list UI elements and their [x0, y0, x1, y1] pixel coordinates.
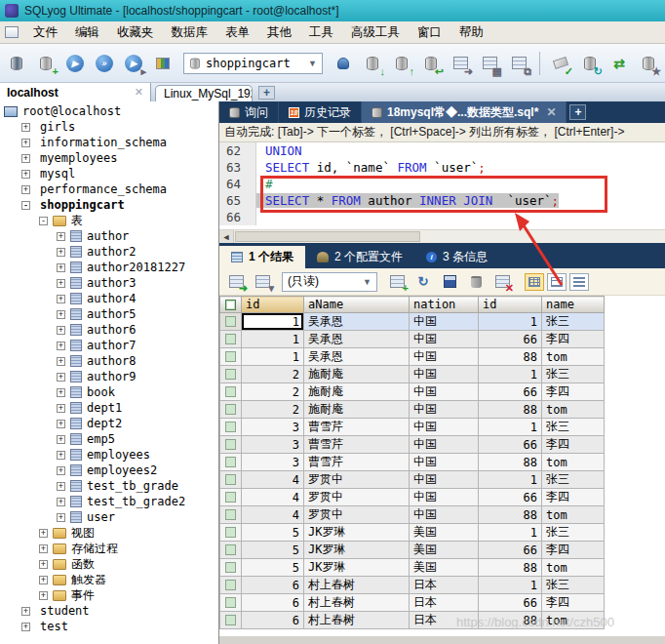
cell[interactable]: 88 [479, 454, 542, 471]
cell[interactable]: 66 [479, 331, 542, 348]
cell[interactable]: 村上春树 [304, 594, 410, 612]
expand-icon[interactable]: + [57, 466, 65, 475]
cell[interactable]: tom [542, 454, 605, 471]
row-checkbox[interactable] [220, 612, 242, 629]
cell[interactable]: 1 [242, 331, 304, 348]
menu-数据库[interactable]: 数据库 [163, 20, 217, 45]
table-row[interactable]: 4罗贯中中国66李四 [220, 489, 605, 506]
cell[interactable]: 4 [242, 489, 304, 506]
row-checkbox[interactable] [220, 366, 242, 383]
cell[interactable]: 李四 [542, 594, 605, 612]
tree-item-dept1[interactable]: +dept1 [0, 400, 218, 416]
cell[interactable]: 施耐庵 [304, 401, 410, 419]
cell[interactable]: 2 [242, 383, 304, 401]
tree-item-author4[interactable]: +author4 [0, 291, 218, 306]
tree-item-表[interactable]: -表 [0, 213, 218, 228]
tree-item-test_tb_grade[interactable]: +test_tb_grade [0, 478, 218, 494]
expand-icon[interactable]: + [57, 404, 65, 413]
scrollbar-thumb[interactable] [235, 231, 420, 242]
table-row[interactable]: 3曹雪芹中国66李四 [220, 436, 605, 454]
expand-icon[interactable]: + [21, 607, 30, 616]
cell[interactable]: 88 [479, 506, 542, 524]
table-row[interactable]: 1吴承恩中国66李四 [220, 331, 605, 348]
menu-其他[interactable]: 其他 [258, 20, 300, 45]
cell[interactable]: 1 [479, 313, 542, 331]
expand-icon[interactable]: + [21, 154, 30, 163]
cell[interactable]: 村上春树 [304, 612, 410, 629]
cell[interactable]: tom [542, 348, 605, 366]
delete-row-icon[interactable] [464, 271, 488, 293]
cell[interactable]: 张三 [542, 471, 605, 489]
duplicate-database-icon[interactable]: ⧉ [506, 51, 531, 76]
tree-item-author20181227[interactable]: +author20181227 [0, 260, 218, 275]
expand-icon[interactable]: + [39, 544, 48, 553]
row-checkbox[interactable] [220, 401, 242, 419]
cell[interactable]: tom [542, 559, 605, 577]
table-row[interactable]: 4罗贯中中国88tom [220, 506, 605, 524]
data-compare-icon[interactable]: ⇄ [606, 51, 632, 76]
cell[interactable]: 3 [242, 419, 304, 436]
expand-icon[interactable]: + [21, 139, 30, 147]
connection-manager-icon[interactable] [4, 51, 29, 76]
cell[interactable]: 李四 [542, 489, 605, 506]
cell[interactable]: 吴承恩 [304, 331, 410, 348]
cell[interactable]: 1 [479, 366, 542, 383]
row-checkbox[interactable] [220, 489, 242, 506]
tab-sql-file[interactable]: 18mysql常◆...数据类型.sql* ✕ [362, 101, 567, 123]
tree-item-author9[interactable]: +author9 [0, 369, 218, 384]
expand-icon[interactable]: + [39, 591, 48, 600]
cell[interactable]: 88 [479, 559, 542, 577]
table-row[interactable]: 2施耐庵中国1张三 [220, 366, 605, 383]
table-row[interactable]: 5JK罗琳美国1张三 [220, 524, 605, 542]
tree-item-girls[interactable]: +girls [0, 119, 218, 135]
cell[interactable]: JK罗琳 [304, 559, 410, 577]
import-external-data-icon[interactable]: ↓ [360, 51, 385, 76]
tree-item-student[interactable]: +student [0, 603, 218, 619]
cell[interactable]: 李四 [542, 436, 605, 454]
cell[interactable]: 中国 [410, 419, 479, 436]
cell[interactable]: 88 [479, 401, 542, 419]
menu-表单[interactable]: 表单 [216, 20, 258, 45]
cell[interactable]: 吴承恩 [304, 348, 410, 366]
cell[interactable]: 3 [242, 436, 304, 454]
cell[interactable]: 1 [479, 471, 542, 489]
table-row[interactable]: 2施耐庵中国66李四 [220, 383, 605, 401]
cell[interactable]: 6 [242, 612, 304, 629]
cell[interactable]: 吴承恩 [304, 313, 410, 331]
cell[interactable]: 张三 [542, 524, 605, 542]
cell[interactable]: 1 [479, 419, 542, 436]
cell[interactable]: 中国 [410, 489, 479, 506]
cell[interactable]: 中国 [410, 366, 479, 383]
tree-item-employees2[interactable]: +employees2 [0, 463, 218, 478]
row-checkbox[interactable] [220, 594, 242, 612]
tree-item-performance_schema[interactable]: +performance_schema [0, 181, 218, 197]
expand-icon[interactable]: + [57, 326, 65, 335]
tree-item-事件[interactable]: +事件 [0, 587, 218, 603]
row-checkbox[interactable] [220, 383, 242, 401]
expand-icon[interactable]: + [57, 357, 65, 366]
cell[interactable]: 4 [242, 506, 304, 524]
tree-item-author3[interactable]: +author3 [0, 275, 218, 291]
refresh-object-browser-icon[interactable]: ↻ [577, 51, 603, 76]
grid-options-icon[interactable]: ▾ [251, 271, 274, 293]
menu-编辑[interactable]: 编辑 [66, 20, 108, 45]
cell[interactable]: 88 [479, 348, 542, 366]
tree-item-触发器[interactable]: +触发器 [0, 572, 218, 587]
cell[interactable]: 张三 [542, 366, 605, 383]
tree-item-视图[interactable]: +视图 [0, 525, 218, 541]
editor-line-64[interactable]: 64# [219, 176, 665, 192]
cell[interactable]: 张三 [542, 419, 605, 436]
menu-收藏夹[interactable]: 收藏夹 [108, 20, 163, 45]
expand-icon[interactable]: + [57, 373, 65, 382]
collapse-icon[interactable]: - [21, 201, 30, 210]
table-row[interactable]: 6村上春树日本66李四 [220, 594, 605, 612]
column-header-aName[interactable]: aName [304, 297, 410, 313]
execute-current-query-icon[interactable]: ▶▸ [121, 51, 146, 76]
cell[interactable]: 5 [242, 559, 304, 577]
tree-item-author6[interactable]: +author6 [0, 322, 218, 338]
cell[interactable]: 美国 [410, 524, 479, 542]
cell[interactable]: 中国 [410, 313, 479, 331]
sql-editor[interactable]: 62UNION63SELECT id, `name` FROM `user`;6… [219, 142, 665, 229]
cell[interactable]: 张三 [542, 313, 605, 331]
table-diagnostics-icon[interactable]: ▦ [477, 51, 502, 76]
